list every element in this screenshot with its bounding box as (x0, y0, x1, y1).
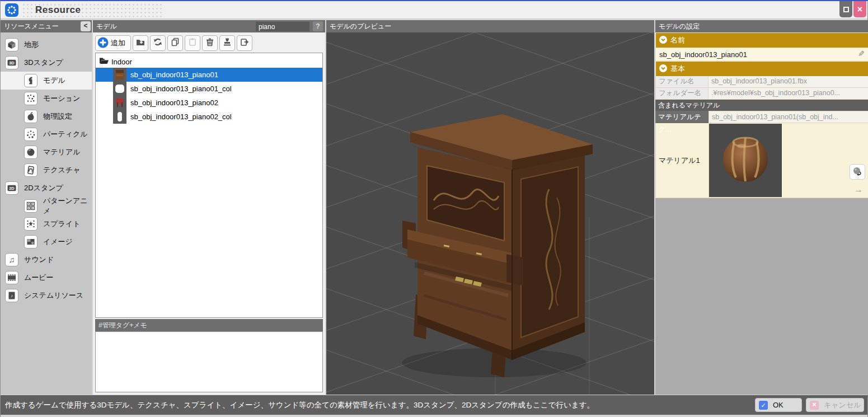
memo-textarea[interactable] (95, 331, 323, 392)
app-icon (5, 3, 18, 17)
model-icon (24, 74, 37, 87)
title-bar: Resource × (1, 1, 867, 19)
tree-item-piano01-col[interactable]: sb_obj_indoor013_piano01_col (96, 82, 322, 96)
sidebar-item-model[interactable]: モデル (1, 72, 92, 90)
material-next-arrow[interactable]: → (854, 185, 863, 194)
sidebar-item-2d-stamp[interactable]: 2D 2Dスタンプ (1, 179, 92, 197)
physics-icon (24, 110, 37, 123)
tree-item-piano02[interactable]: sb_obj_indoor013_piano02 (96, 96, 322, 110)
name-input[interactable]: sb_obj_indoor013_piano01 ✎ (655, 48, 868, 61)
sidebar-item-sprite[interactable]: スプライト (1, 215, 92, 233)
model-settings-panel: モデルの設定 名前 sb_obj_indoor013_piano01 ✎ 基本 … (655, 20, 868, 395)
bottom-strip (1, 415, 867, 417)
preview-header: モデルのプレビュー (326, 20, 654, 32)
cancel-x-icon: × (810, 401, 819, 410)
sidebar-item-system-resource[interactable]: ♪ システムリソース (1, 287, 92, 304)
stamp-button[interactable] (219, 35, 235, 51)
trash-icon (205, 37, 215, 49)
svg-text:3D: 3D (9, 60, 15, 65)
maximize-icon (843, 7, 849, 12)
svg-text:2D: 2D (9, 186, 15, 191)
model-tree: Indoor sb_obj_indoor013_piano01 sb_obj_i… (95, 53, 323, 318)
sidebar-item-motion[interactable]: モーション (1, 90, 92, 107)
sidebar-item-sound[interactable]: ♫ サウンド (1, 251, 92, 269)
model-panel-header: モデル ? (93, 20, 325, 32)
ok-check-icon: ✓ (759, 401, 768, 410)
folder-plus-icon (135, 37, 146, 49)
material-row: マテリアル1 (655, 123, 868, 198)
resource-menu-panel: リソースメニュー < 地形 3D 3Dスタンプ モデル モーション (1, 20, 92, 395)
sidebar-item-3d-stamp[interactable]: 3D 3Dスタンプ (1, 54, 92, 72)
stamp-icon (222, 37, 232, 49)
tree-folder-indoor[interactable]: Indoor (96, 55, 322, 68)
title-pattern: Resource (22, 3, 162, 17)
material-name: マテリアル1 (656, 123, 709, 198)
maximize-button[interactable] (839, 1, 852, 17)
cancel-button[interactable]: × キャンセル (806, 398, 864, 412)
sprite-icon (24, 217, 37, 231)
2d-stamp-icon: 2D (5, 181, 18, 195)
sound-icon: ♫ (5, 253, 18, 266)
3d-stamp-icon: 3D (5, 56, 18, 69)
material-actions: → (782, 123, 868, 198)
name-section-header[interactable]: 名前 (655, 32, 868, 48)
sidebar-item-texture[interactable]: テクスチャ (1, 161, 92, 179)
system-resource-icon: ♪ (5, 289, 18, 302)
collapse-sidebar-button[interactable]: < (81, 21, 91, 31)
folder-name-row: フォルダー名 .¥res¥model¥sb_obj_indoor013_pian… (655, 88, 868, 100)
sidebar-item-pattern-anime[interactable]: パターンアニメ (1, 197, 92, 215)
add-button[interactable]: 追加 (95, 35, 131, 51)
basic-section-header[interactable]: 基本 (655, 61, 868, 76)
material-texture-value[interactable]: sb_obj_indoor013_piano01(sb_obj_ind... (709, 111, 868, 123)
sidebar-item-physics[interactable]: 物理設定 (1, 107, 92, 125)
sidebar-item-movie[interactable]: ムービー (1, 269, 92, 287)
edit-pencil-icon[interactable]: ✎ (858, 49, 865, 58)
status-bar: 作成するゲームで使用する3Dモデル、テクスチャ、スプライト、イメージ、サウンド等… (1, 395, 867, 415)
delete-button[interactable] (202, 35, 218, 51)
piano-model (402, 114, 593, 377)
materials-section-header: 含まれるマテリアル (655, 100, 868, 111)
sidebar-items: 地形 3D 3Dスタンプ モデル モーション 物理設定 パーティクル (1, 32, 92, 304)
particle-icon (24, 128, 37, 141)
tree-item-piano01[interactable]: sb_obj_indoor013_piano01 (96, 68, 322, 82)
sidebar-item-material[interactable]: マテリアル (1, 143, 92, 161)
refresh-button[interactable] (150, 35, 166, 51)
copy-button[interactable] (167, 35, 183, 51)
chevron-down-icon (659, 64, 667, 74)
material-texture-row: マテリアルテク... sb_obj_indoor013_piano01(sb_o… (655, 111, 868, 123)
svg-text:g: g (31, 241, 34, 245)
pattern-anime-icon (24, 199, 37, 213)
ok-button[interactable]: ✓ OK (755, 398, 802, 412)
dialog-buttons: ✓ OK × キャンセル (755, 398, 864, 412)
svg-text:♫: ♫ (9, 255, 15, 264)
file-name-row: ファイル名 sb_obj_indoor013_piano01.fbx (655, 76, 868, 88)
sidebar-item-image[interactable]: g イメージ (1, 233, 92, 251)
add-plus-icon (97, 37, 109, 50)
status-text: 作成するゲームで使用する3Dモデル、テクスチャ、スプライト、イメージ、サウンド等… (5, 400, 594, 410)
3d-viewport[interactable] (326, 32, 654, 395)
close-button[interactable]: × (853, 1, 866, 17)
material-icon (24, 146, 37, 159)
refresh-icon (153, 37, 163, 49)
settings-header: モデルの設定 (655, 20, 868, 32)
file-name-value: sb_obj_indoor013_piano01.fbx (709, 76, 868, 88)
sidebar-item-terrain[interactable]: 地形 (1, 36, 92, 54)
texture-icon (24, 163, 37, 177)
new-folder-button[interactable] (133, 35, 148, 51)
movie-icon (5, 271, 18, 284)
tree-item-piano02-col[interactable]: sb_obj_indoor013_piano02_col (96, 110, 322, 124)
paste-button[interactable] (185, 35, 200, 51)
chevron-down-icon (659, 36, 667, 45)
folder-name-value: .¥res¥model¥sb_obj_indoor013_piano0... (709, 88, 868, 100)
sidebar-item-particle[interactable]: パーティクル (1, 125, 92, 143)
resource-window: Resource × リソースメニュー < 地形 3D 3Dスタンプ モデル (0, 0, 868, 417)
window-title: Resource (35, 4, 81, 16)
material-swap-button[interactable] (850, 164, 865, 180)
search-input[interactable] (256, 22, 309, 31)
material-sphere-preview[interactable] (709, 124, 782, 197)
model-preview-panel: モデルのプレビュー (326, 20, 654, 395)
memo-header: #管理タグ+メモ (95, 319, 323, 331)
export-button[interactable] (237, 35, 252, 51)
piano02-col-thumbnail (113, 110, 126, 124)
help-button[interactable]: ? (313, 21, 323, 31)
